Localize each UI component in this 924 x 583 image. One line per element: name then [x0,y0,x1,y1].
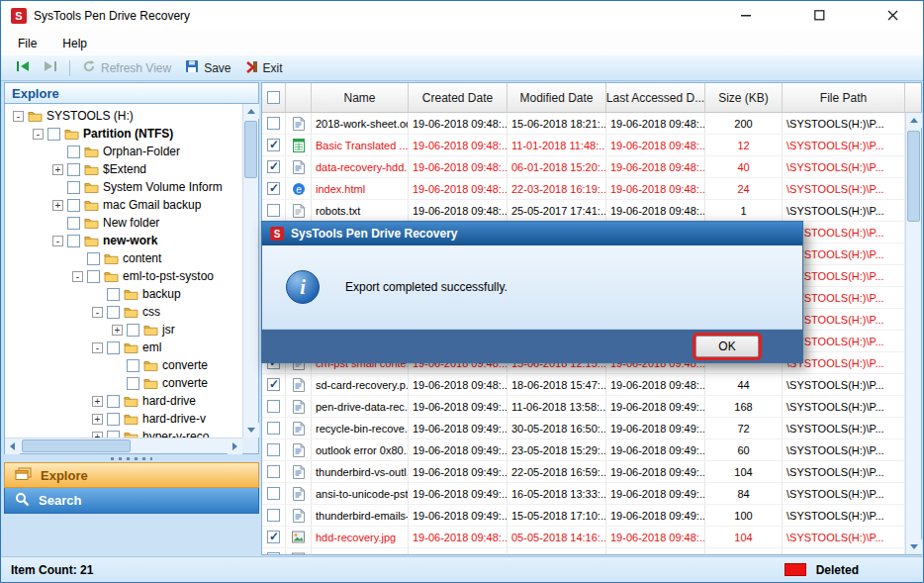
menu-item-file[interactable]: File [5,33,49,54]
row-checkbox[interactable] [267,160,280,173]
tree-item[interactable]: New folder [5,214,242,232]
table-row[interactable]: Basic Translated ...19-06-2018 09:48:...… [262,135,905,156]
tree-item-label[interactable]: new-work [103,234,157,247]
table-row[interactable]: sd-card-recovery.p...19-06-2018 09:48:..… [262,374,905,396]
tree-item-label[interactable]: Partition (NTFS) [83,127,173,141]
refresh-view-button[interactable]: Refresh View [75,57,178,78]
tree-checkbox[interactable] [127,324,139,337]
go-first-button[interactable] [9,58,37,77]
tree-item[interactable]: +mac Gmail backup [5,196,242,214]
tree-item-label[interactable]: New folder [103,216,159,230]
tree-checkbox[interactable] [127,359,139,372]
tree-item-label[interactable]: hyper-v-reco [142,430,209,437]
tree-checkbox[interactable] [67,235,80,247]
tree-horizontal-scrollbar[interactable] [5,437,242,453]
ok-button[interactable]: OK [695,336,759,357]
tree-expander-icon[interactable]: - [52,236,63,246]
column-header-modified-date[interactable]: Modified Date [508,83,606,112]
explore-mode-button[interactable]: Explore [4,462,259,488]
tree-expander-icon[interactable]: + [112,325,123,336]
table-row[interactable]: recycle-bin-recove...19-06-2018 09:49:..… [262,418,905,439]
tree-checkbox[interactable] [47,128,60,141]
table-vertical-scrollbar[interactable] [905,113,921,554]
table-scrollbar-thumb[interactable] [907,131,920,222]
tree-vertical-scrollbar[interactable] [242,104,258,437]
tree-checkbox[interactable] [87,252,100,265]
tree-item-label[interactable]: backup [142,287,181,301]
tree-checkbox[interactable] [107,395,120,408]
tree-item[interactable]: -Partition (NTFS) [5,125,242,143]
table-scroll-down-button[interactable] [906,539,922,554]
tree-item[interactable]: backup [5,285,242,303]
tree-item[interactable]: Orphan-Folder [5,143,242,160]
minimize-button[interactable] [733,3,759,29]
tree-item[interactable]: +$Extend [5,160,242,178]
tree-scrollbar-thumb[interactable] [244,121,257,178]
tree-item-label[interactable]: jsr [162,323,175,337]
tree-item-label[interactable]: hard-drive [142,394,196,408]
go-last-button[interactable] [37,58,64,77]
row-checkbox[interactable] [267,509,280,522]
tree-expander-icon[interactable]: - [72,271,83,282]
close-button[interactable] [879,3,905,29]
tree-checkbox[interactable] [127,377,139,390]
tree-item[interactable]: content [5,249,242,267]
column-header-created-date[interactable]: Created Date [409,83,508,112]
tree-item-label[interactable]: System Volume Inform [103,180,223,194]
tree-item-label[interactable]: converte [162,358,208,372]
tree-item-label[interactable]: $Extend [103,162,146,176]
table-row[interactable]: How-to-Recover-D...19-06-2018 09:48:...0… [262,548,905,554]
tree-checkbox[interactable] [67,146,80,158]
exit-button[interactable]: Exit [238,58,290,78]
tree-item-label[interactable]: hard-drive-v [142,412,206,426]
row-checkbox[interactable] [267,465,280,478]
tree-item-label[interactable]: eml [142,340,161,354]
row-checkbox[interactable] [267,552,280,554]
search-mode-button[interactable]: Search [4,488,259,514]
row-checkbox[interactable] [267,378,280,391]
tree-checkbox[interactable] [67,181,80,194]
tree-item[interactable]: +jsr [5,321,242,339]
tree-expander-icon[interactable]: - [92,307,103,318]
table-scroll-up-button[interactable] [906,113,922,128]
tree-checkbox[interactable] [67,199,80,212]
tree-expander-icon[interactable]: + [92,396,103,407]
tree-expander-icon[interactable]: - [92,342,103,353]
row-checkbox[interactable] [267,443,280,456]
table-row[interactable]: thunderbird-emails-...19-06-2018 09:49:.… [262,505,905,527]
tree-checkbox[interactable] [107,288,120,301]
save-button[interactable]: Save [178,57,237,78]
menu-item-help[interactable]: Help [49,33,100,54]
tree-expander-icon[interactable]: + [92,414,103,425]
table-row[interactable]: hdd-recovery.jpg19-06-2018 09:48:...05-0… [262,527,905,548]
column-header-name[interactable]: Name [312,83,409,112]
tree-expander-icon[interactable]: - [33,129,44,140]
tree-item[interactable]: converte [5,356,242,374]
tree-item[interactable]: +hard-drive [5,392,242,410]
row-checkbox[interactable] [267,400,280,413]
tree-checkbox[interactable] [107,341,120,354]
column-header-last-accessed[interactable]: Last Accessed D... [606,83,705,112]
tree-item-label[interactable]: eml-to-pst-systoo [123,269,214,283]
row-checkbox[interactable] [267,117,280,130]
tree-hscrollbar-thumb[interactable] [22,439,131,452]
tree-scroll-down-button[interactable] [243,423,259,437]
tree-checkbox[interactable] [67,163,80,176]
tree-item[interactable]: converte [5,374,242,392]
table-row[interactable]: ansi-to-unicode-pst...19-06-2018 09:49:.… [262,483,905,505]
tree-item[interactable]: -SYSTOOLS (H:) [5,107,242,125]
tree-item-label[interactable]: css [142,305,160,319]
tree-scroll-right-button[interactable] [228,438,242,454]
table-row[interactable]: thunderbird-vs-outl...19-06-2018 09:49:.… [262,461,905,483]
column-header-size[interactable]: Size (KB) [705,83,783,112]
tree-item-label[interactable]: converte [162,376,208,390]
tree-checkbox[interactable] [67,217,80,230]
table-row[interactable]: eindex.html19-06-2018 09:48:...22-03-201… [262,178,905,200]
tree-expander-icon[interactable]: + [52,164,63,175]
row-checkbox[interactable] [267,204,280,217]
maximize-button[interactable] [806,3,832,29]
table-row[interactable]: 2018-work-sheet.odt19-06-2018 09:48:...1… [262,113,905,135]
row-checkbox[interactable] [267,139,280,151]
tree-item[interactable]: -eml-to-pst-systoo [5,267,242,285]
tree-checkbox[interactable] [107,306,120,319]
